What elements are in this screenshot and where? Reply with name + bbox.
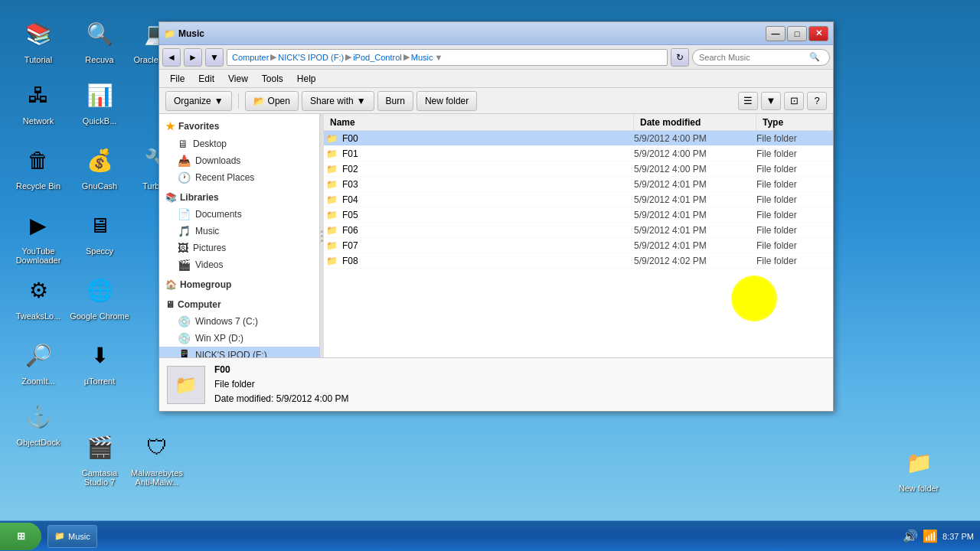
desktop-icon-quickbooks[interactable]: 📊 QuickB... [69,77,130,126]
tweaks-label: TweaksLo... [16,311,61,321]
table-row[interactable]: 📁 F01 5/9/2012 4:00 PM File folder [324,146,833,161]
nav-music[interactable]: 🎵 Music [159,223,319,240]
file-type-cell: File folder [756,240,833,251]
back-button[interactable]: ◄ [162,48,181,67]
table-row[interactable]: 📁 F06 5/9/2012 4:01 PM File folder [324,223,833,238]
desktop-icon-youtube[interactable]: ▶ YouTube Downloader [8,207,69,265]
breadcrumb-music[interactable]: Music [411,53,433,62]
minimize-button[interactable]: — [766,26,786,41]
breadcrumb-computer[interactable]: Computer [232,53,269,62]
nav-winxp[interactable]: 💿 Win XP (D:) [159,330,319,347]
newfolder-icon: 📁 [900,444,937,481]
breadcrumb-ipod[interactable]: NICK'S IPOD (F:) [278,53,344,62]
malware-icon: 🛡 [139,429,175,465]
table-row[interactable]: 📁 F07 5/9/2012 4:01 PM File folder [324,238,833,253]
menu-help[interactable]: Help [291,72,322,86]
table-row[interactable]: 📁 F00 5/9/2012 4:00 PM File folder [324,131,833,146]
folder-icon: 📁 [54,531,65,541]
new-folder-button[interactable]: New folder [416,91,477,111]
recycle-icon: 🗑 [20,142,57,178]
search-icon[interactable]: 🔍 [809,52,820,62]
desktop-icon-network[interactable]: 🖧 Network [8,77,69,126]
window-title: 📁 Music [164,28,204,39]
close-button[interactable]: ✕ [808,26,828,41]
file-type-cell: File folder [756,225,833,236]
folder-row-icon: 📁 [324,210,339,220]
view-details-button[interactable]: ☰ [738,92,758,110]
network-tray-icon[interactable]: 📶 [923,529,938,543]
nav-downloads[interactable]: 📥 Downloads [159,152,319,169]
malware-label: Malwarebytes Anti-Malw... [126,468,188,487]
view-dropdown-button[interactable]: ▼ [761,92,781,110]
desktop-icon-recycle[interactable]: 🗑 Recycle Bin [8,142,69,191]
table-row[interactable]: 📁 F02 5/9/2012 4:00 PM File folder [324,161,833,177]
col-date-header[interactable]: Date modified [634,114,756,130]
table-row[interactable]: 📁 F03 5/9/2012 4:01 PM File folder [324,177,833,192]
search-input[interactable] [699,53,806,62]
nav-recent-places[interactable]: 🕐 Recent Places [159,169,319,186]
objectdock-label: ObjectDock [17,438,60,447]
desktop-icon-chrome[interactable]: 🌐 Google Chrome [69,272,130,321]
newfolder-label: New folder [899,484,939,493]
nav-pictures[interactable]: 🖼 Pictures [159,240,319,256]
system-tray: 🔊 📶 8:37 PM [897,529,980,543]
desktop-icon-speccy[interactable]: 🖥 Speccy [69,207,130,256]
search-bar[interactable]: 🔍 [692,49,830,66]
volume-icon[interactable]: 🔊 [903,529,918,543]
homegroup-header[interactable]: 🏠 Homegroup [159,276,319,293]
start-button[interactable]: ⊞ [0,523,41,550]
breadcrumb[interactable]: Computer ▶ NICK'S IPOD (F:) ▶ iPod_Contr… [227,49,668,66]
quickbooks-label: QuickB... [83,116,117,126]
nav-windows7[interactable]: 💿 Windows 7 (C:) [159,313,319,330]
desktop-icon-recuva[interactable]: 🔍 Recuva [69,15,130,64]
desktop-icon-utorrent[interactable]: ⬇ µTorrent [69,337,130,386]
menu-edit[interactable]: Edit [192,72,220,86]
table-row[interactable]: 📁 F04 5/9/2012 4:01 PM File folder [324,192,833,207]
computer-header[interactable]: 🖥 Computer [159,296,319,313]
desktop-icon-tutorial[interactable]: 📚 Tutorial [8,15,69,64]
nav-desktop[interactable]: 🖥 Desktop [159,135,319,152]
camtasia-label: Camtasia Studio 7 [69,468,130,487]
col-type-header[interactable]: Type [756,114,833,130]
organize-button[interactable]: Organize ▼ [165,91,232,111]
nav-documents[interactable]: 📄 Documents [159,206,319,223]
burn-button[interactable]: Burn [377,91,413,111]
forward-button[interactable]: ► [184,48,202,67]
libraries-header[interactable]: 📚 Libraries [159,189,319,206]
favorites-header[interactable]: ★ Favorites [159,117,319,135]
help-button[interactable]: ? [807,92,827,110]
folder-icon: 📄 [178,208,191,220]
nav-ipod[interactable]: 📱 NICK'S IPOD (F:) [159,347,319,357]
desktop-icon-newfolder[interactable]: 📁 New folder [888,444,949,493]
taskbar-explorer-button[interactable]: 📁 Music [47,525,97,548]
table-row[interactable]: 📁 F05 5/9/2012 4:01 PM File folder [324,207,833,223]
clock: 8:37 PM [942,532,974,541]
status-bar: 📁 F00 File folder Date modified: 5/9/201… [159,357,833,411]
folder-icon: 📥 [178,155,191,167]
open-button[interactable]: 📂 Open [245,91,299,111]
recent-locations-button[interactable]: ▼ [205,48,224,67]
gnucash-icon: 💰 [81,142,118,178]
desktop-icon-malware[interactable]: 🛡 Malwarebytes Anti-Malw... [126,429,188,487]
chrome-label: Google Chrome [70,311,129,321]
breadcrumb-ipodcontrol[interactable]: iPod_Control [353,53,402,62]
col-name-header[interactable]: Name [324,114,634,130]
menu-tools[interactable]: Tools [256,72,289,86]
desktop-icon-camtasia[interactable]: 🎬 Camtasia Studio 7 [69,429,130,487]
desktop-icon-zoomit[interactable]: 🔎 ZoomIt... [8,337,69,386]
share-button[interactable]: Share with ▼ [302,91,374,111]
folder-row-icon: 📁 [324,179,339,190]
file-list-body[interactable]: 📁 F00 5/9/2012 4:00 PM File folder 📁 F01… [324,131,833,357]
preview-button[interactable]: ⊡ [784,92,804,110]
desktop-icon-gnucash[interactable]: 💰 GnuCash [69,142,130,191]
desktop-icon-objectdock[interactable]: ⚓ ObjectDock [8,398,69,447]
table-row[interactable]: 📁 F08 5/9/2012 4:02 PM File folder [324,253,833,269]
maximize-button[interactable]: □ [787,26,807,41]
refresh-button[interactable]: ↻ [671,48,689,67]
menu-file[interactable]: File [164,72,191,86]
folder-row-icon: 📁 [324,133,339,144]
utorrent-icon: ⬇ [81,337,118,373]
desktop-icon-tweaks[interactable]: ⚙ TweaksLo... [8,272,69,321]
menu-view[interactable]: View [222,72,254,86]
nav-videos[interactable]: 🎬 Videos [159,256,319,273]
